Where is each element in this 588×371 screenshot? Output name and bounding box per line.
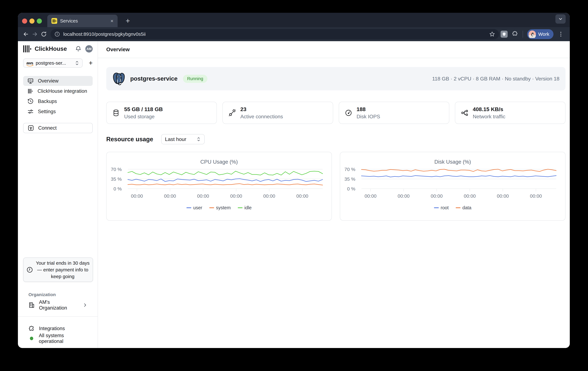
stat-label: Network traffic <box>473 114 505 120</box>
integrations-label: Integrations <box>39 326 65 331</box>
stat-card-network-traffic: 408.15 KB/sNetwork traffic <box>455 102 566 124</box>
organization-section-label: Organization <box>28 292 56 297</box>
shield-icon <box>502 32 506 36</box>
integrations-item[interactable]: Integrations <box>23 324 93 333</box>
toolbar-separator <box>523 31 523 38</box>
stat-value: 55 GB / 118 GB <box>124 106 163 112</box>
brand-row: ClickHouse AM <box>23 45 93 53</box>
system-status-item[interactable]: All systems operational <box>23 334 93 343</box>
status-dot-icon <box>30 337 33 340</box>
service-header-card: postgres-service Running 118 GB · 2 vCPU… <box>106 67 566 90</box>
profile-label: Work <box>538 31 549 37</box>
svg-text:00:00: 00:00 <box>230 193 242 199</box>
site-info-icon[interactable] <box>54 31 60 37</box>
cable-plug-icon <box>229 109 236 117</box>
stat-value: 23 <box>240 106 283 112</box>
url-text[interactable]: localhost:8910/postgres/pgkybgnv0s5ii <box>63 31 489 37</box>
forward-button[interactable] <box>30 30 39 39</box>
window-minimize-button[interactable] <box>29 19 34 24</box>
chart-title: CPU Usage (%) <box>106 159 332 165</box>
svg-text:00:00: 00:00 <box>398 193 410 199</box>
address-bar[interactable]: localhost:8910/postgres/pgkybgnv0s5ii <box>51 29 499 39</box>
sidebar-divider <box>18 316 98 317</box>
service-name: postgres-service <box>130 75 178 82</box>
add-service-button[interactable]: + <box>89 59 93 67</box>
window-chevron-button[interactable] <box>556 14 566 24</box>
bookmark-star-icon[interactable] <box>489 31 495 37</box>
sidebar-item-settings[interactable]: Settings <box>23 107 93 117</box>
network-nodes-icon <box>461 109 468 117</box>
menu-kebab-icon[interactable] <box>558 31 564 37</box>
svg-text:00:00: 00:00 <box>464 193 476 199</box>
svg-text:00:00: 00:00 <box>131 193 143 199</box>
building-icon <box>28 302 35 308</box>
stat-card-disk-iops: 188Disk IOPS <box>339 102 449 124</box>
profile-chip[interactable]: Work <box>527 29 554 39</box>
sidebar-item-clickhouse-integration[interactable]: ClickHouse integration <box>23 86 93 96</box>
service-selector[interactable]: aws postgres-ser... <box>23 59 83 68</box>
reload-icon <box>41 31 47 37</box>
svg-text:70 %: 70 % <box>111 167 122 172</box>
sidebar-item-label: Overview <box>38 78 58 84</box>
tab-close-icon[interactable]: × <box>110 18 114 23</box>
legend-item: data <box>456 205 471 211</box>
brand-name: ClickHouse <box>35 46 75 52</box>
sidebar-item-label: Backups <box>38 99 57 104</box>
svg-text:00:00: 00:00 <box>530 193 542 199</box>
stat-card-active-connections: 23Active connections <box>222 102 333 124</box>
time-range-select[interactable]: Last hour <box>161 134 205 144</box>
shield-extension-button[interactable] <box>501 31 508 38</box>
svg-text:00:00: 00:00 <box>497 193 509 199</box>
tab-title: Services <box>60 18 107 24</box>
trial-notice: Your trial ends in 30 days — enter payme… <box>23 258 93 282</box>
profile-avatar-penguin <box>528 30 536 38</box>
chart-legend: rootdata <box>340 205 565 211</box>
stat-value: 188 <box>357 106 380 112</box>
svg-text:35 %: 35 % <box>345 176 355 182</box>
main-content: Overview postgres <box>98 41 570 348</box>
svg-text:0 %: 0 % <box>347 186 355 191</box>
notifications-bell-icon[interactable] <box>75 46 82 52</box>
status-badge: Running <box>183 75 207 83</box>
forward-arrow-icon <box>32 31 38 37</box>
time-range-value: Last hour <box>165 136 186 142</box>
stat-label: Active connections <box>240 114 283 120</box>
service-specs: 118 GB · 2 vCPU · 8 GB RAM · No standby … <box>432 76 559 82</box>
browser-window: Services × + localhost:8910/postgres/pgk… <box>18 13 570 348</box>
connect-button[interactable]: Connect <box>23 123 93 133</box>
toolbar-right-cluster: Work <box>501 29 570 39</box>
page-title: Overview <box>106 46 130 52</box>
sidebar-item-overview[interactable]: Overview <box>23 76 93 86</box>
legend-item: idle <box>238 205 252 211</box>
window-close-button[interactable] <box>22 19 27 24</box>
window-zoom-button[interactable] <box>37 19 42 24</box>
svg-text:00:00: 00:00 <box>197 193 209 199</box>
svg-text:35 %: 35 % <box>111 176 122 182</box>
resource-usage-row: Resource usage Last hour <box>106 134 205 144</box>
svg-text:00:00: 00:00 <box>296 193 308 199</box>
svg-text:00:00: 00:00 <box>430 193 443 199</box>
organization-item[interactable]: AM's Organization <box>23 300 93 310</box>
integrations-puzzle-icon <box>28 325 35 332</box>
chevron-updown-icon <box>75 60 79 66</box>
back-button[interactable] <box>21 30 30 39</box>
postgresql-logo-icon <box>112 72 126 86</box>
sidebar-item-backups[interactable]: Backups <box>23 96 93 106</box>
extensions-puzzle-icon[interactable] <box>512 31 518 38</box>
main-topbar: Overview <box>98 41 570 58</box>
svg-text:00:00: 00:00 <box>365 193 377 199</box>
backup-history-icon <box>27 98 34 105</box>
status-text: All systems operational <box>39 333 87 344</box>
new-tab-button[interactable]: + <box>123 16 132 25</box>
browser-toolbar: localhost:8910/postgres/pgkybgnv0s5ii Wo… <box>18 27 570 41</box>
reload-button[interactable] <box>39 30 48 39</box>
resource-usage-title: Resource usage <box>106 136 153 143</box>
tab-services[interactable]: Services × <box>47 15 118 27</box>
stat-label: Used storage <box>124 114 163 120</box>
connect-label: Connect <box>38 125 57 131</box>
sidebar: ClickHouse AM aws postgres-ser... + Over… <box>18 41 98 348</box>
database-icon <box>112 109 120 117</box>
user-avatar[interactable]: AM <box>85 45 93 52</box>
disk-usage-plot: 0 %35 %70 %00:0000:0000:0000:0000:0000:0… <box>340 165 566 200</box>
stat-card-used-storage: 55 GB / 118 GBUsed storage <box>106 102 217 124</box>
